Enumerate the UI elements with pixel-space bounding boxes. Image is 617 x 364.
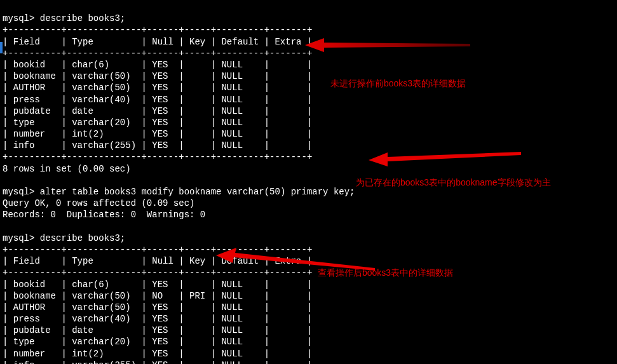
table-row: | press | varchar(40) | YES | | NULL | | [3, 314, 312, 324]
command-alter-table: alter table books3 modify bookname varch… [40, 187, 355, 197]
table-row: | bookid | char(6) | YES | | NULL | | [3, 60, 312, 70]
prompt: mysql> [3, 187, 34, 197]
command-describe-1: describe books3; [40, 13, 125, 24]
table-border: +----------+--------------+------+-----+… [3, 48, 312, 58]
table-row: | bookid | char(6) | YES | | NULL | | [3, 280, 312, 290]
table-row: | type | varchar(20) | YES | | NULL | | [3, 337, 312, 347]
command-describe-2: describe books3; [40, 233, 125, 243]
table-border: +----------+--------------+------+-----+… [3, 25, 312, 35]
arrow-icon [305, 36, 477, 55]
table-row: | press | varchar(40) | YES | | NULL | | [3, 95, 312, 105]
table-row: | type | varchar(20) | YES | | NULL | | [3, 118, 312, 128]
table-row: | pubdate | date | YES | | NULL | | [3, 106, 312, 116]
prompt: mysql> [3, 233, 34, 243]
table-row: | bookname | varchar(50) | NO | PRI | NU… [3, 291, 312, 301]
arrow-icon [369, 149, 527, 168]
svg-marker-0 [305, 38, 470, 52]
annotation-modify: 为已存在的books3表中的bookname字段修改为主 [356, 177, 551, 188]
table-row: | bookname | varchar(50) | YES | | NULL … [3, 71, 312, 81]
table-row: | number | int(2) | YES | | NULL | | [3, 129, 312, 139]
result-rows-in-set: 8 rows in set (0.00 sec) [3, 164, 131, 174]
annotation-before: 未进行操作前books3表的详细数据 [330, 78, 466, 89]
table-row: | AUTHOR | varchar(50) | YES | | NULL | … [3, 83, 312, 93]
table-header-row: | Field | Type | Null | Key | Default | … [3, 37, 312, 47]
svg-marker-1 [369, 152, 521, 166]
table-row: | AUTHOR | varchar(50) | YES | | NULL | … [3, 302, 312, 313]
table-row: | pubdate | date | YES | | NULL | | [3, 325, 312, 335]
result-records: Records: 0 Duplicates: 0 Warnings: 0 [3, 210, 205, 220]
table-row: | info | varchar(255) | YES | | NULL | | [3, 360, 312, 364]
table-row: | info | varchar(255) | YES | | NULL | | [3, 140, 312, 151]
result-query-ok: Query OK, 0 rows affected (0.09 sec) [3, 198, 194, 208]
table-row: | number | int(2) | YES | | NULL | | [3, 349, 312, 359]
annotation-after: 查看操作后books3表中的详细数据 [318, 267, 453, 278]
prompt: mysql> [3, 13, 34, 24]
table-border: +----------+--------------+------+-----+… [3, 152, 312, 162]
